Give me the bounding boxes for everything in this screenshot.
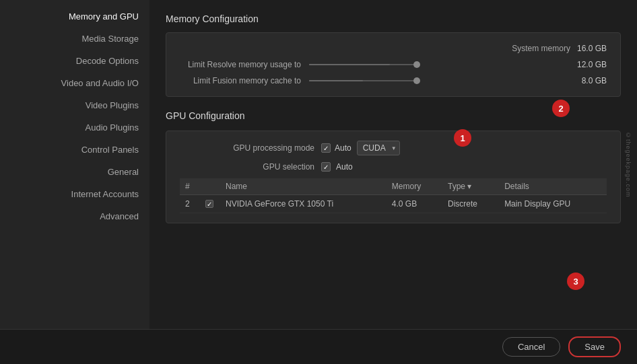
sidebar-item-internet-accounts[interactable]: Internet Accounts	[0, 183, 149, 205]
gpu-processing-dropdown-value: CUDA	[363, 143, 386, 153]
sidebar-item-audio-plugins[interactable]: Audio Plugins	[0, 116, 149, 139]
limit-resolve-slider[interactable]	[309, 64, 577, 65]
gpu-processing-dropdown[interactable]: CUDA ▼	[357, 141, 400, 155]
sidebar-item-general[interactable]: General	[0, 161, 149, 183]
annotation-badge-2: 2	[552, 100, 570, 117]
sidebar: Memory and GPU Media Storage Decode Opti…	[0, 0, 149, 329]
annotation-badge-1: 1	[454, 129, 471, 147]
chevron-down-icon: ▾	[467, 182, 471, 191]
chevron-down-icon: ▼	[391, 145, 397, 151]
gpu-processing-checkbox-container: Auto	[321, 143, 351, 153]
gpu-processing-mode-row: GPU processing mode Auto CUDA ▼	[180, 141, 607, 155]
limit-fusion-row: Limit Fusion memory cache to 8.0 GB	[180, 76, 607, 85]
gpu-row-memory: 4.0 GB	[387, 195, 442, 213]
col-header-details: Details	[499, 178, 607, 195]
gpu-row-details: Main Display GPU	[499, 195, 607, 213]
gpu-processing-mode-value: Auto	[335, 143, 351, 153]
gpu-row-num: 2	[180, 195, 200, 213]
slider-track-fusion	[309, 80, 417, 81]
sidebar-item-memory-gpu[interactable]: Memory and GPU	[0, 5, 149, 28]
limit-fusion-slider[interactable]	[309, 80, 582, 81]
watermark-text: ©thegeekpage.com	[625, 132, 632, 198]
gpu-row-check[interactable]	[200, 195, 220, 213]
limit-resolve-row: Limit Resolve memory usage to 12.0 GB	[180, 60, 607, 69]
sidebar-item-decode-options[interactable]: Decode Options	[0, 50, 149, 72]
gpu-config-panel: GPU processing mode Auto CUDA ▼ GPU sele…	[166, 131, 621, 223]
col-header-memory: Memory	[387, 178, 442, 195]
gpu-processing-control: Auto CUDA ▼	[321, 141, 400, 155]
slider-fill-fusion	[309, 80, 363, 81]
watermark-container: ©thegeekpage.com	[625, 0, 632, 329]
col-header-check	[200, 178, 220, 195]
gpu-row-type: Discrete	[442, 195, 499, 213]
sidebar-item-control-panels[interactable]: Control Panels	[0, 139, 149, 161]
gpu-row-checkbox[interactable]	[205, 200, 213, 208]
gpu-row-name: NVIDIA GeForce GTX 1050 Ti	[220, 195, 387, 213]
annotation-badge-3: 3	[567, 272, 584, 290]
col-header-num: #	[180, 178, 200, 195]
table-row: 2 NVIDIA GeForce GTX 1050 Ti 4.0 GB Disc…	[180, 195, 607, 213]
sidebar-item-video-plugins[interactable]: Video Plugins	[0, 94, 149, 116]
col-header-type: Type ▾	[442, 178, 499, 195]
slider-track-resolve	[309, 64, 417, 65]
gpu-selection-checkbox[interactable]	[321, 162, 331, 172]
limit-fusion-label: Limit Fusion memory cache to	[180, 76, 301, 85]
gpu-table: # Name Memory Type ▾ Details 2 NVI	[180, 178, 607, 213]
gpu-table-header: # Name Memory Type ▾ Details	[180, 178, 607, 195]
slider-dot-fusion	[413, 77, 420, 84]
save-button[interactable]: Save	[568, 336, 621, 357]
memory-config-panel: System memory 16.0 GB Limit Resolve memo…	[166, 32, 621, 97]
main-content: Memory Configuration System memory 16.0 …	[149, 0, 637, 329]
gpu-selection-label: GPU selection	[180, 162, 314, 172]
limit-fusion-value: 8.0 GB	[582, 76, 607, 85]
system-memory-label: System memory	[512, 44, 570, 53]
memory-config-title: Memory Configuration	[166, 13, 621, 24]
limit-resolve-value: 12.0 GB	[577, 60, 607, 69]
limit-resolve-label: Limit Resolve memory usage to	[180, 60, 301, 69]
gpu-selection-row: GPU selection Auto	[180, 162, 607, 172]
gpu-processing-checkbox[interactable]	[321, 143, 331, 153]
sidebar-item-video-audio-io[interactable]: Video and Audio I/O	[0, 72, 149, 94]
system-memory-row: System memory 16.0 GB	[180, 44, 607, 53]
bottom-bar: Cancel Save	[0, 329, 637, 364]
gpu-selection-value: Auto	[336, 162, 353, 172]
gpu-processing-mode-label: GPU processing mode	[180, 143, 314, 153]
sidebar-item-advanced[interactable]: Advanced	[0, 205, 149, 227]
slider-dot-resolve	[413, 61, 420, 68]
col-header-name: Name	[220, 178, 387, 195]
cancel-button[interactable]: Cancel	[502, 337, 560, 357]
system-memory-value: 16.0 GB	[577, 44, 607, 53]
gpu-selection-control: Auto	[321, 162, 353, 172]
sidebar-item-media-storage[interactable]: Media Storage	[0, 28, 149, 50]
slider-fill-resolve	[309, 64, 390, 65]
